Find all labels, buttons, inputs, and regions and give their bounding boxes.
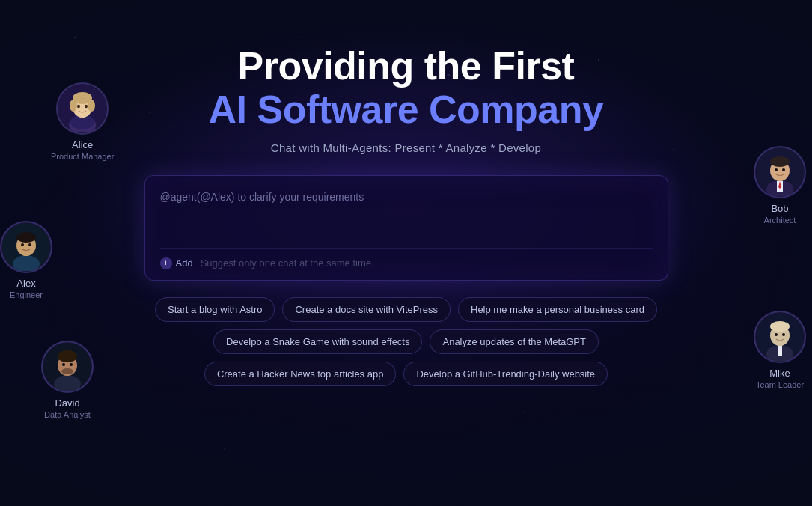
svg-point-18 xyxy=(782,168,785,171)
mike-role: Team Leader xyxy=(756,380,804,389)
avatar-bob: Bob Architect xyxy=(754,146,806,225)
chat-add-row: + Add Suggest only one chat at the same … xyxy=(160,248,653,269)
mike-name: Mike xyxy=(769,368,790,379)
add-label: Add xyxy=(176,257,193,269)
david-name: David xyxy=(55,397,79,409)
suggestions-row-1: Start a blog with Astro Create a docs si… xyxy=(155,297,657,322)
plus-icon: + xyxy=(160,257,172,269)
svg-point-40 xyxy=(775,333,778,336)
svg-point-8 xyxy=(77,105,80,108)
subtitle: Chat with Multi-Agents: Present * Analyz… xyxy=(271,141,541,154)
chat-hint: Suggest only one chat at the same time. xyxy=(201,257,374,269)
alex-role: Engineer xyxy=(10,290,43,299)
chat-placeholder: @agent(@Alex) to clarify your requiremen… xyxy=(160,191,653,203)
heading-line1: Providing the First xyxy=(209,45,604,88)
bob-name: Bob xyxy=(771,203,788,214)
svg-point-32 xyxy=(62,363,65,366)
chip-2[interactable]: Create a docs site with VitePress xyxy=(282,297,451,322)
chip-1[interactable]: Start a blog with Astro xyxy=(155,297,275,322)
chip-3[interactable]: Help me make a personal business card xyxy=(458,297,657,322)
svg-point-16 xyxy=(770,156,790,167)
svg-point-25 xyxy=(28,243,31,246)
svg-point-31 xyxy=(61,368,73,374)
david-role: Data Analyst xyxy=(44,410,91,419)
avatar-david: David Data Analyst xyxy=(41,341,94,419)
svg-point-41 xyxy=(782,333,785,336)
svg-point-30 xyxy=(58,350,77,362)
chip-5[interactable]: Analyze updates of the MetaGPT xyxy=(430,329,599,354)
main-container: Alice Product Manager xyxy=(0,0,812,506)
svg-point-33 xyxy=(70,363,73,366)
svg-rect-36 xyxy=(778,345,782,356)
avatar-alex: Alex Engineer xyxy=(0,221,52,299)
bob-role: Architect xyxy=(764,216,796,225)
svg-point-39 xyxy=(770,321,790,332)
chip-4[interactable]: Develpo a Snake Game with sound effects xyxy=(213,329,422,354)
svg-point-7 xyxy=(88,100,95,112)
chat-box[interactable]: @agent(@Alex) to clarify your requiremen… xyxy=(144,175,668,281)
chip-7[interactable]: Develop a GitHub-Trending-Daily website xyxy=(403,362,608,386)
avatar-alex-image xyxy=(0,221,52,273)
avatar-mike-image xyxy=(754,311,806,363)
avatar-bob-image xyxy=(754,146,806,198)
suggestions-row-3: Create a Hacker News top articles app De… xyxy=(204,362,608,386)
svg-point-23 xyxy=(16,232,36,243)
heading: Providing the First AI Software Company xyxy=(209,45,604,132)
alice-name: Alice xyxy=(72,139,93,150)
svg-point-6 xyxy=(70,100,77,112)
heading-line2: AI Software Company xyxy=(209,88,604,132)
suggestions: Start a blog with Astro Create a docs si… xyxy=(144,297,668,386)
avatar-alice-image xyxy=(56,82,109,135)
svg-point-9 xyxy=(85,105,88,108)
avatar-david-image xyxy=(41,341,94,393)
avatar-alice: Alice Product Manager xyxy=(51,82,114,161)
svg-point-24 xyxy=(21,243,24,246)
alice-role: Product Manager xyxy=(51,152,114,161)
svg-point-17 xyxy=(775,168,778,171)
chip-6[interactable]: Create a Hacker News top articles app xyxy=(204,362,397,386)
avatar-mike: Mike Team Leader xyxy=(754,311,806,389)
alex-name: Alex xyxy=(16,278,35,289)
add-button[interactable]: + Add xyxy=(160,257,193,269)
suggestions-row-2: Develpo a Snake Game with sound effects … xyxy=(213,329,599,354)
